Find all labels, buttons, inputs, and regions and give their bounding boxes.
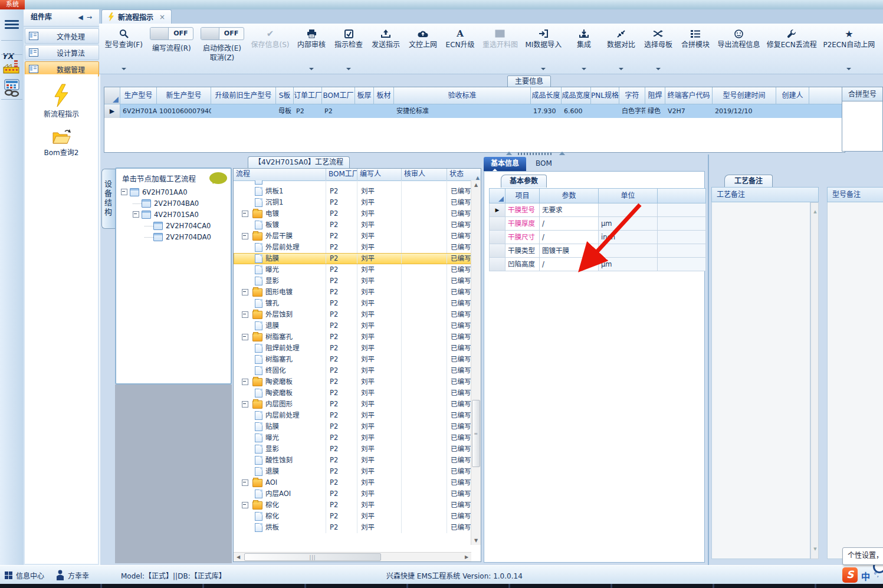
status-user[interactable]: 方幸幸 [56, 566, 89, 584]
process-flow-title-tab[interactable]: 【4V2H701SA0】工艺流程 [248, 156, 350, 169]
params-column-0[interactable]: 项目 [505, 188, 540, 203]
process-column-3[interactable]: 核审人 [402, 169, 447, 180]
expand-minus-icon[interactable] [242, 289, 248, 295]
off-toggle[interactable]: OFF [201, 27, 244, 40]
toolbar-button-ECN升级[interactable]: AECN升级 [447, 24, 474, 74]
process-row-树脂塞孔[interactable]: 树脂塞孔P2刘平已编写 [234, 354, 471, 365]
process-row-贴膜[interactable]: 贴膜P2刘平已编写 [234, 421, 471, 432]
tree-node-2V2H704CA0[interactable]: 2V2H704CA0 [116, 220, 231, 231]
param-row-干膜类型[interactable]: 干膜类型图镀干膜 [489, 244, 706, 258]
sidebar-item-1[interactable]: 设计算法 [25, 45, 99, 60]
column-header-10[interactable]: 成品宽度 [562, 87, 591, 104]
toolbar-button-MI数据导入[interactable]: MI数据导入 [527, 24, 560, 74]
tree-node-6V2H701AA0[interactable]: 6V2H701AA0 [116, 186, 231, 198]
process-row-曝光[interactable]: 曝光P2刘平已编写 [234, 432, 471, 444]
process-column-4[interactable]: 状态▲ [447, 169, 481, 180]
expand-minus-icon[interactable] [242, 211, 248, 217]
tab-main-info[interactable]: 主要信息 [507, 75, 551, 88]
toolbar-button-合拼模块[interactable]: 合拼模块 [682, 24, 709, 74]
scrollbar-thumb[interactable]: ||| [244, 553, 381, 561]
column-header-3[interactable]: S板 [276, 87, 294, 104]
params-column-1[interactable]: 参数 [540, 188, 599, 203]
column-header-0[interactable]: 生产型号 [120, 87, 157, 104]
toolbar-button-集成[interactable]: 集成 [570, 24, 598, 74]
process-row-镀孔[interactable]: 镀孔P2刘平已编写 [234, 298, 471, 309]
process-row-内层AOI[interactable]: 内层AOIP2刘平已编写 [234, 488, 471, 500]
column-header-1[interactable]: 新生产型号 [157, 87, 211, 104]
process-row-棕化[interactable]: 棕化P2刘平已编写 [234, 500, 471, 511]
column-header-17[interactable] [809, 87, 845, 104]
chevron-down-icon[interactable] [346, 68, 351, 70]
toolbar-button-文控上网[interactable]: 文控上网 [409, 24, 436, 74]
tab-basic-params[interactable]: 基本参数 [501, 175, 547, 188]
sidebar-item-0[interactable]: 文件处理 [25, 28, 99, 44]
param-value-cell[interactable]: / [540, 231, 599, 244]
params-select-all[interactable] [489, 188, 505, 203]
expand-minus-icon[interactable] [242, 233, 248, 239]
column-header-9[interactable]: 成品长度 [531, 87, 562, 104]
sidebar-item-new-process-instruction[interactable]: 新流程指示 [25, 84, 98, 119]
toolbar-button-修复ECN丢流程[interactable]: 修复ECN丢流程 [769, 24, 815, 74]
param-row-干膜尺寸[interactable]: 干膜尺寸/inch [489, 231, 706, 244]
params-column-2[interactable]: 单位 [599, 188, 658, 203]
off-toggle[interactable]: OFF [150, 27, 193, 40]
chevron-down-icon[interactable] [619, 68, 623, 70]
process-row-内层图形[interactable]: 内层图形P2刘平已编写 [234, 399, 471, 410]
model-table-row[interactable]: ▶6V2H701AA010010600079405母板P2P2安捷伦标准17.9… [104, 104, 845, 118]
process-row-退膜[interactable]: 退膜P2刘平已编写 [234, 466, 471, 477]
process-row-显影[interactable]: 显影P2刘平已编写 [234, 444, 471, 455]
param-row-干膜厚度[interactable]: 干膜厚度/μm [489, 217, 706, 231]
chevron-down-icon[interactable] [846, 68, 851, 70]
scroll-up-icon[interactable]: ▲ [471, 180, 481, 189]
expand-minus-icon[interactable] [242, 334, 248, 340]
process-row-电镀[interactable]: 电镀P2刘平已编写 [234, 208, 471, 219]
process-row-陶瓷磨板[interactable]: 陶瓷磨板P2刘平已编写 [234, 376, 471, 387]
column-header-14[interactable]: 终端客户代码 [665, 87, 713, 104]
merge-model-body[interactable] [842, 101, 883, 152]
process-vertical-scrollbar[interactable]: ▲ ≡ ▼ [471, 180, 481, 545]
chevron-down-icon[interactable] [656, 68, 661, 70]
sidebar-item-bom-query2[interactable]: Bom查询2 [25, 128, 98, 157]
close-icon[interactable]: × [159, 13, 165, 21]
process-column-0[interactable]: 流程 [234, 169, 326, 180]
process-row-外层前处理[interactable]: 外层前处理P2刘平已编写 [234, 242, 471, 253]
process-row-烘板1[interactable]: 烘板1P2刘平已编写 [234, 186, 471, 197]
ime-punctuation-indicator[interactable]: °, [874, 571, 879, 579]
toolbar-button-发送指示[interactable]: 发送指示 [372, 24, 399, 74]
param-row-凹陷高度[interactable]: 凹陷高度/μm [489, 258, 706, 271]
process-row-酸性蚀刻[interactable]: 酸性蚀刻P2刘平已编写 [234, 455, 471, 466]
sort-ascending-icon[interactable]: ▲ [476, 172, 480, 180]
expand-minus-icon[interactable] [242, 401, 248, 408]
toolbar-button-选择母板[interactable]: 选择母板 [645, 24, 672, 74]
process-row-陶瓷磨板[interactable]: 陶瓷磨板P2刘平已编写 [234, 387, 471, 399]
toolbar-button-指示检查[interactable]: 指示检查 [335, 24, 362, 74]
param-row-干膜型号[interactable]: ▶干膜型号无要求 [489, 203, 706, 217]
process-row-partial[interactable] [234, 180, 471, 186]
scrollbar-thumb[interactable]: ≡ [472, 400, 480, 467]
ime-language-indicator[interactable]: 中 [861, 570, 870, 582]
tab-process-notes[interactable]: 工艺备注 [724, 175, 773, 188]
process-row-烘板[interactable]: 烘板P2刘平已编写 [234, 522, 471, 533]
param-value-cell[interactable]: / [540, 258, 599, 271]
column-header-8[interactable]: 验收标准 [394, 87, 531, 104]
process-row-显影[interactable]: 显影P2刘平已编写 [234, 275, 471, 287]
process-row-贴膜[interactable]: 贴膜P2刘平已编写 [234, 253, 471, 264]
chevron-down-icon[interactable] [541, 68, 546, 70]
process-row-沉铜1[interactable]: 沉铜1P2刘平已编写 [234, 197, 471, 208]
process-row-树脂塞孔[interactable]: 树脂塞孔P2刘平已编写 [234, 331, 471, 343]
expand-minus-icon[interactable] [121, 189, 127, 195]
column-header-4[interactable]: 订单工厂 [294, 87, 322, 104]
tree-node-2V2H704BA0[interactable]: 2V2H704BA0 [116, 198, 231, 209]
column-header-7[interactable]: 板材 [374, 87, 394, 104]
toolbar-button-型号查询F[interactable]: 型号查询(F) [106, 24, 142, 74]
select-all-cell[interactable] [104, 87, 120, 104]
process-row-板镀[interactable]: 板镀P2刘平已编写 [234, 219, 471, 231]
column-header-16[interactable]: 创建人 [776, 87, 809, 104]
param-value-cell[interactable]: 图镀干膜 [540, 244, 599, 258]
process-column-2[interactable]: 编写人 [357, 169, 402, 180]
notes-scrollbar[interactable]: ▲ ▼ [810, 202, 819, 559]
expand-minus-icon[interactable] [242, 479, 248, 486]
expand-minus-icon[interactable] [133, 211, 139, 218]
splitter-grip[interactable] [500, 152, 577, 156]
toolbar-button-导出流程信息[interactable]: 导出流程信息 [719, 24, 759, 74]
